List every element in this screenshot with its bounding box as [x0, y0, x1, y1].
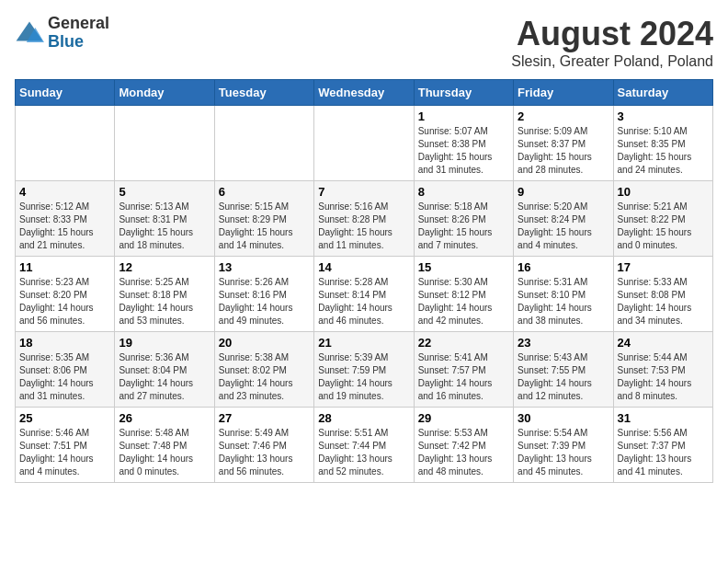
calendar-cell: 10Sunrise: 5:21 AM Sunset: 8:22 PM Dayli… [613, 181, 712, 257]
day-number: 18 [19, 336, 110, 350]
day-number: 20 [219, 336, 310, 350]
calendar-cell: 15Sunrise: 5:30 AM Sunset: 8:12 PM Dayli… [414, 257, 513, 332]
day-number: 11 [19, 260, 110, 274]
logo-icon [15, 20, 44, 46]
day-number: 13 [219, 260, 310, 274]
header-sunday: Sunday [16, 80, 115, 106]
logo-blue-text: Blue [48, 33, 109, 52]
calendar-cell: 3Sunrise: 5:10 AM Sunset: 8:35 PM Daylig… [613, 106, 712, 181]
header-row: SundayMondayTuesdayWednesdayThursdayFrid… [16, 80, 713, 106]
day-info: Sunrise: 5:43 AM Sunset: 7:55 PM Dayligh… [518, 351, 609, 403]
calendar-cell: 30Sunrise: 5:54 AM Sunset: 7:39 PM Dayli… [514, 408, 613, 483]
week-row-5: 25Sunrise: 5:46 AM Sunset: 7:51 PM Dayli… [16, 408, 713, 483]
week-row-2: 4Sunrise: 5:12 AM Sunset: 8:33 PM Daylig… [16, 181, 713, 257]
day-info: Sunrise: 5:07 AM Sunset: 8:38 PM Dayligh… [418, 125, 509, 177]
day-info: Sunrise: 5:15 AM Sunset: 8:29 PM Dayligh… [219, 201, 310, 252]
calendar-body: 1Sunrise: 5:07 AM Sunset: 8:38 PM Daylig… [16, 106, 713, 483]
calendar-cell: 14Sunrise: 5:28 AM Sunset: 8:14 PM Dayli… [314, 257, 414, 332]
day-number: 26 [119, 411, 210, 425]
day-info: Sunrise: 5:51 AM Sunset: 7:44 PM Dayligh… [318, 427, 409, 478]
calendar-cell: 28Sunrise: 5:51 AM Sunset: 7:44 PM Dayli… [314, 408, 414, 483]
calendar-cell: 21Sunrise: 5:39 AM Sunset: 7:59 PM Dayli… [314, 332, 414, 408]
day-number: 22 [418, 336, 509, 350]
day-number: 30 [518, 411, 609, 425]
day-info: Sunrise: 5:31 AM Sunset: 8:10 PM Dayligh… [518, 276, 609, 327]
day-info: Sunrise: 5:12 AM Sunset: 8:33 PM Dayligh… [19, 201, 110, 252]
day-info: Sunrise: 5:53 AM Sunset: 7:42 PM Dayligh… [418, 427, 509, 478]
calendar-cell: 13Sunrise: 5:26 AM Sunset: 8:16 PM Dayli… [214, 257, 313, 332]
day-info: Sunrise: 5:09 AM Sunset: 8:37 PM Dayligh… [518, 125, 609, 177]
calendar-cell [16, 106, 115, 181]
day-number: 6 [219, 185, 310, 199]
day-info: Sunrise: 5:28 AM Sunset: 8:14 PM Dayligh… [318, 276, 409, 327]
header-wednesday: Wednesday [314, 80, 414, 106]
day-number: 24 [618, 336, 709, 350]
header-tuesday: Tuesday [214, 80, 313, 106]
day-info: Sunrise: 5:56 AM Sunset: 7:37 PM Dayligh… [618, 427, 709, 478]
calendar-cell: 31Sunrise: 5:56 AM Sunset: 7:37 PM Dayli… [613, 408, 712, 483]
day-number: 7 [318, 185, 409, 199]
day-number: 17 [618, 260, 709, 274]
day-info: Sunrise: 5:49 AM Sunset: 7:46 PM Dayligh… [219, 427, 310, 478]
day-number: 15 [418, 260, 509, 274]
calendar-cell: 2Sunrise: 5:09 AM Sunset: 8:37 PM Daylig… [514, 106, 613, 181]
logo-general-text: General [48, 15, 109, 33]
day-number: 14 [318, 260, 409, 274]
calendar-cell: 1Sunrise: 5:07 AM Sunset: 8:38 PM Daylig… [414, 106, 513, 181]
day-number: 31 [618, 411, 709, 425]
page-header: General Blue August 2024 Slesin, Greater… [15, 15, 713, 70]
week-row-1: 1Sunrise: 5:07 AM Sunset: 8:38 PM Daylig… [16, 106, 713, 181]
day-info: Sunrise: 5:44 AM Sunset: 7:53 PM Dayligh… [618, 351, 709, 403]
day-info: Sunrise: 5:18 AM Sunset: 8:26 PM Dayligh… [418, 201, 509, 252]
header-monday: Monday [115, 80, 214, 106]
calendar-cell: 25Sunrise: 5:46 AM Sunset: 7:51 PM Dayli… [16, 408, 115, 483]
logo: General Blue [15, 15, 109, 52]
calendar-header: SundayMondayTuesdayWednesdayThursdayFrid… [16, 80, 713, 106]
day-number: 16 [518, 260, 609, 274]
calendar-cell: 29Sunrise: 5:53 AM Sunset: 7:42 PM Dayli… [414, 408, 513, 483]
day-number: 8 [418, 185, 509, 199]
day-number: 29 [418, 411, 509, 425]
header-saturday: Saturday [613, 80, 712, 106]
day-info: Sunrise: 5:36 AM Sunset: 8:04 PM Dayligh… [119, 351, 210, 403]
day-info: Sunrise: 5:10 AM Sunset: 8:35 PM Dayligh… [618, 125, 709, 177]
header-friday: Friday [514, 80, 613, 106]
day-info: Sunrise: 5:26 AM Sunset: 8:16 PM Dayligh… [219, 276, 310, 327]
day-info: Sunrise: 5:54 AM Sunset: 7:39 PM Dayligh… [518, 427, 609, 478]
day-number: 19 [119, 336, 210, 350]
calendar-cell: 27Sunrise: 5:49 AM Sunset: 7:46 PM Dayli… [214, 408, 313, 483]
calendar-cell: 16Sunrise: 5:31 AM Sunset: 8:10 PM Dayli… [514, 257, 613, 332]
logo-text: General Blue [48, 15, 109, 52]
header-thursday: Thursday [414, 80, 513, 106]
day-info: Sunrise: 5:41 AM Sunset: 7:57 PM Dayligh… [418, 351, 509, 403]
calendar-cell: 18Sunrise: 5:35 AM Sunset: 8:06 PM Dayli… [16, 332, 115, 408]
calendar-table: SundayMondayTuesdayWednesdayThursdayFrid… [15, 79, 713, 483]
calendar-cell: 23Sunrise: 5:43 AM Sunset: 7:55 PM Dayli… [514, 332, 613, 408]
calendar-cell: 4Sunrise: 5:12 AM Sunset: 8:33 PM Daylig… [16, 181, 115, 257]
day-info: Sunrise: 5:21 AM Sunset: 8:22 PM Dayligh… [618, 201, 709, 252]
day-info: Sunrise: 5:25 AM Sunset: 8:18 PM Dayligh… [119, 276, 210, 327]
calendar-cell: 6Sunrise: 5:15 AM Sunset: 8:29 PM Daylig… [214, 181, 313, 257]
page-subtitle: Slesin, Greater Poland, Poland [511, 53, 713, 70]
day-number: 4 [19, 185, 110, 199]
calendar-cell: 8Sunrise: 5:18 AM Sunset: 8:26 PM Daylig… [414, 181, 513, 257]
day-number: 23 [518, 336, 609, 350]
calendar-cell: 9Sunrise: 5:20 AM Sunset: 8:24 PM Daylig… [514, 181, 613, 257]
day-number: 27 [219, 411, 310, 425]
calendar-cell: 24Sunrise: 5:44 AM Sunset: 7:53 PM Dayli… [613, 332, 712, 408]
day-info: Sunrise: 5:46 AM Sunset: 7:51 PM Dayligh… [19, 427, 110, 478]
calendar-cell: 7Sunrise: 5:16 AM Sunset: 8:28 PM Daylig… [314, 181, 414, 257]
title-block: August 2024 Slesin, Greater Poland, Pola… [511, 15, 713, 70]
day-number: 28 [318, 411, 409, 425]
day-info: Sunrise: 5:33 AM Sunset: 8:08 PM Dayligh… [618, 276, 709, 327]
calendar-cell: 26Sunrise: 5:48 AM Sunset: 7:48 PM Dayli… [115, 408, 214, 483]
calendar-cell [314, 106, 414, 181]
day-info: Sunrise: 5:39 AM Sunset: 7:59 PM Dayligh… [318, 351, 409, 403]
day-info: Sunrise: 5:30 AM Sunset: 8:12 PM Dayligh… [418, 276, 509, 327]
page-title: August 2024 [511, 15, 713, 53]
day-number: 2 [518, 109, 609, 123]
day-info: Sunrise: 5:13 AM Sunset: 8:31 PM Dayligh… [119, 201, 210, 252]
calendar-cell: 20Sunrise: 5:38 AM Sunset: 8:02 PM Dayli… [214, 332, 313, 408]
day-number: 10 [618, 185, 709, 199]
calendar-cell: 12Sunrise: 5:25 AM Sunset: 8:18 PM Dayli… [115, 257, 214, 332]
